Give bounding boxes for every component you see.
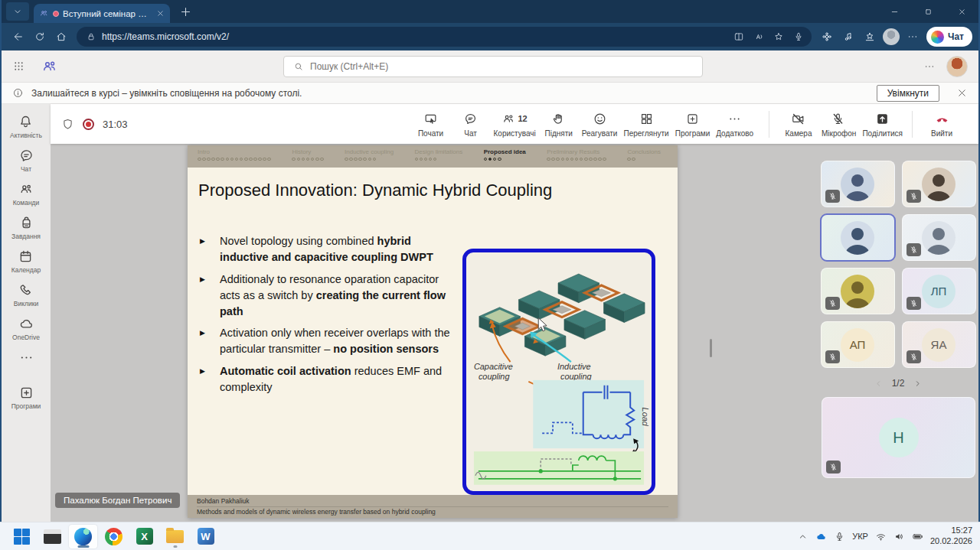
participant-tile[interactable] <box>902 214 976 261</box>
slide-section-intro[interactable]: Intro <box>198 148 271 168</box>
collections-icon[interactable] <box>859 26 880 47</box>
slide-section-design-limitations[interactable]: Design limitations <box>415 148 463 168</box>
wifi-icon[interactable] <box>875 531 887 542</box>
extensions-icon[interactable] <box>816 26 838 47</box>
sidebar-item-label: Команди <box>13 199 40 207</box>
participants-button[interactable]: 12Користувачі <box>491 111 539 138</box>
progress-dot <box>627 158 631 161</box>
taskbar-word-icon[interactable]: W <box>191 525 220 548</box>
copilot-chat-button[interactable]: Чат <box>926 27 972 47</box>
chat-icon <box>18 148 34 164</box>
taskbar-clock[interactable]: 15:27 20.02.2026 <box>930 526 972 547</box>
avatar: АП <box>841 328 874 362</box>
slide-section-history[interactable]: History <box>292 148 323 168</box>
sidebar-item-activity[interactable]: Активність <box>10 114 42 139</box>
participant-tile-large[interactable]: Н <box>822 397 975 478</box>
tab-recording-indicator <box>53 11 59 17</box>
sidebar-item-assignments[interactable]: Завдання <box>11 215 41 240</box>
slide-section-inductive-coupling[interactable]: Inductive coupling <box>345 148 394 168</box>
sidebar-item-chat[interactable]: Чат <box>18 148 34 173</box>
taskbar-chrome-icon[interactable] <box>100 525 128 548</box>
raise-hand-button[interactable]: Підняти <box>539 111 579 138</box>
progress-dot <box>226 158 230 161</box>
banner-close-icon[interactable] <box>956 87 968 99</box>
hybrid-coupling-diagram: Capacitive coupling Inductive coupling <box>468 254 650 490</box>
people-icon <box>18 181 34 197</box>
tray-mic-icon[interactable] <box>834 531 845 542</box>
onedrive-tray-icon[interactable] <box>815 531 827 542</box>
participant-tile[interactable] <box>821 214 895 261</box>
mic-button[interactable]: Мікрофон <box>818 111 859 138</box>
browser-tab[interactable]: Вступний семінар ДБ теми 1 <box>34 4 170 23</box>
stage-scrollbar[interactable] <box>710 339 712 357</box>
taskbar-excel-icon[interactable]: X <box>130 525 158 548</box>
close-icon[interactable] <box>945 0 978 23</box>
voice-search-icon[interactable] <box>789 26 808 47</box>
avatar: Н <box>879 418 919 457</box>
react-button[interactable]: Реагувати <box>579 111 621 138</box>
taskbar-edge-icon[interactable] <box>69 525 97 548</box>
language-indicator[interactable]: УКР <box>852 532 868 541</box>
progress-dot <box>258 158 262 161</box>
split-screen-icon[interactable] <box>729 26 749 47</box>
slide-section-conclusions[interactable]: Conclusions <box>627 148 661 168</box>
taskbar-file-explorer-icon[interactable] <box>161 525 189 548</box>
maximize-icon[interactable] <box>911 0 945 23</box>
leave-button[interactable]: Вийти <box>922 111 962 138</box>
media-controls-icon[interactable] <box>838 26 859 47</box>
apps-button[interactable]: Програми <box>672 111 714 138</box>
teams-search-input[interactable]: Пошук (Ctrl+Alt+E) <box>283 56 703 77</box>
app-launcher-icon[interactable] <box>12 60 25 73</box>
participant-tile[interactable]: ЯА <box>902 321 976 368</box>
home-icon[interactable] <box>51 26 72 47</box>
new-tab-button[interactable] <box>179 5 192 18</box>
slide-section-proposed-idea[interactable]: Proposed idea <box>484 148 526 168</box>
refresh-icon[interactable] <box>29 26 51 47</box>
more-button[interactable]: Додатково <box>713 111 756 138</box>
sidebar-item-onedrive[interactable]: OneDrive <box>12 316 40 341</box>
share-button[interactable]: Поділитися <box>859 111 906 138</box>
start-share-button[interactable]: Почати <box>411 111 451 138</box>
participant-tile[interactable] <box>821 161 895 207</box>
chat-button[interactable]: Чат <box>451 111 491 138</box>
back-icon[interactable] <box>8 26 29 47</box>
windows-taskbar: X W УКР 15:27 20.02.2026 <box>0 522 980 550</box>
tab-actions-button[interactable] <box>6 2 29 21</box>
tray-expand-icon[interactable] <box>797 531 808 542</box>
teams-profile-avatar[interactable] <box>946 56 968 77</box>
teams-more-icon[interactable] <box>923 60 936 73</box>
sidebar-item-calls[interactable]: Виклики <box>14 282 38 308</box>
browser-profile-avatar[interactable] <box>880 26 902 47</box>
sidebar-item-calendar[interactable]: Календар <box>11 249 41 274</box>
start-button[interactable] <box>8 525 36 548</box>
participant-tile[interactable]: ЛП <box>902 268 976 314</box>
favorite-icon[interactable] <box>769 26 789 47</box>
progress-dot <box>198 158 201 161</box>
camera-button[interactable]: Камера <box>779 111 818 138</box>
avatar <box>922 221 956 255</box>
participant-tile[interactable] <box>821 268 895 314</box>
enable-notifications-button[interactable]: Увімкнути <box>877 85 939 102</box>
gallery-next-icon[interactable] <box>913 379 922 388</box>
sidebar-item-apps[interactable]: Програми <box>11 385 41 410</box>
battery-icon[interactable] <box>912 531 923 542</box>
progress-dot <box>363 158 367 161</box>
slide-section-preliminary-results[interactable]: Preliminary Results <box>547 148 606 168</box>
tab-close-icon[interactable] <box>156 9 165 18</box>
participant-tile[interactable]: АП <box>821 321 895 368</box>
svg-text:Inductive: Inductive <box>557 362 591 371</box>
participant-tile[interactable] <box>902 161 976 207</box>
view-button[interactable]: Переглянути <box>620 111 671 138</box>
gallery-prev-icon[interactable] <box>874 379 883 388</box>
address-bar[interactable]: https://teams.microsoft.com/v2/ <box>77 27 812 47</box>
avatar <box>841 275 874 308</box>
window-controls <box>877 0 978 23</box>
minimize-icon[interactable] <box>877 0 911 23</box>
browser-menu-icon[interactable] <box>902 26 923 47</box>
taskbar-app-window-icon[interactable] <box>38 525 67 548</box>
read-aloud-icon[interactable] <box>749 26 769 47</box>
screenshare-icon <box>423 112 438 126</box>
volume-icon[interactable] <box>893 531 905 542</box>
sidebar-item-more[interactable] <box>18 350 34 366</box>
sidebar-item-teams[interactable]: Команди <box>13 181 40 207</box>
